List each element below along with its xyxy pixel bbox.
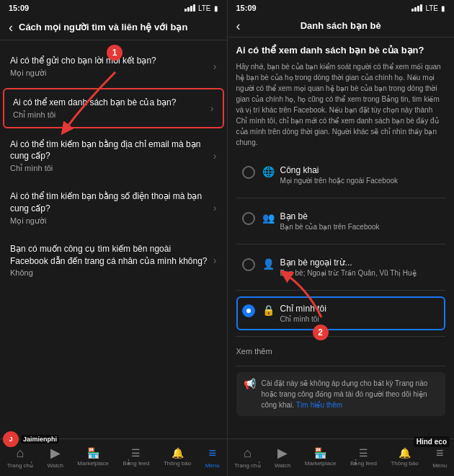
list-item-subtitle-0: Mọi người [10, 69, 209, 78]
bell-icon: 🔔 [172, 447, 184, 459]
view-more-link[interactable]: Xem thêm [236, 343, 446, 360]
hind-eco-label: Hind eco [414, 436, 450, 447]
notice-box: 📢 Cài đặt này sẽ không áp dụng cho bất k… [236, 372, 446, 416]
right-section-description: Hãy nhớ, bạn bè của bạn kiểm soát người … [236, 61, 446, 148]
chevron-icon-1: › [210, 102, 214, 114]
left-nav-notifications[interactable]: 🔔 Thông báo [159, 446, 195, 468]
list-item-subtitle-3: Mọi người [10, 216, 209, 226]
right-screen: 15:09 LTE ▮ ‹ Danh sách bạn bè Ai có thể… [228, 0, 455, 476]
option-public[interactable]: 🌐 Công khai Mọi người trên hoặc ngoài Fa… [236, 158, 446, 192]
watermark-text: Jaimienphi [21, 435, 59, 444]
right-marketplace-label: Marketplace [305, 460, 337, 467]
feed-label: Bảng feed [123, 460, 149, 467]
right-marketplace-icon: 🏪 [314, 447, 326, 459]
right-home-label: Trang chủ [234, 462, 260, 469]
right-header-title: Danh sách bạn bè [301, 20, 381, 32]
hind-eco-container: Hind eco [414, 434, 450, 447]
watch-icon: ▶ [50, 445, 61, 461]
chevron-icon-4: › [213, 255, 217, 266]
right-section-question: Ai có thể xem danh sách bạn bè của bạn? [236, 45, 446, 56]
left-header: ‹ Cách mọi người tìm và liên hệ với bạn [0, 16, 227, 40]
right-content: Ai có thể xem danh sách bạn bè của bạn? … [228, 38, 455, 438]
network-label: LTE [198, 4, 211, 12]
list-item-3[interactable]: Ai có thể tìm kiếm bạn bằng số điện thoạ… [0, 182, 227, 234]
list-item-1[interactable]: Ai có thể xem danh sách bạn bè của bạn? … [3, 88, 224, 128]
list-item-text-2: Ai có thể tìm kiếm bạn bằng địa chỉ emai… [10, 138, 209, 174]
left-time: 15:09 [9, 4, 29, 12]
circle-annotation-1: 1 [107, 45, 123, 61]
watermark: J Jaimienphi [3, 431, 59, 447]
menu-icon: ≡ [208, 446, 216, 461]
radio-circle-public [242, 166, 255, 179]
right-notifications-label: Thông báo [391, 460, 418, 467]
option-friends-except[interactable]: 👤 Bạn bè ngoại trừ... Bạn bè; Ngoại trừ:… [236, 250, 446, 284]
right-back-button[interactable]: ‹ [236, 19, 241, 34]
right-signal-icon [411, 4, 422, 12]
radio-circle-except [242, 258, 255, 271]
divider-2 [236, 244, 446, 244]
notice-learn-more[interactable]: Tìm hiểu thêm [296, 401, 342, 409]
divider-5 [236, 366, 446, 366]
list-item-title-1: Ai có thể xem danh sách bạn bè của bạn? [13, 97, 206, 109]
list-item-text-4: Bạn có muốn công cụ tìm kiếm bên ngoài F… [10, 243, 209, 278]
megaphone-icon: 📢 [244, 378, 256, 389]
radio-subtitle-only-me: Chỉ mình tôi [280, 315, 440, 323]
left-header-title: Cách mọi người tìm và liên hệ với bạn [19, 22, 187, 34]
right-nav-marketplace[interactable]: 🏪 Marketplace [301, 446, 341, 468]
except-icon: 👤 [262, 258, 275, 270]
right-header: ‹ Danh sách bạn bè [228, 16, 455, 38]
right-nav-home[interactable]: ⌂ Trang chủ [230, 444, 264, 470]
right-status-bar: 15:09 LTE ▮ [228, 0, 455, 16]
battery-icon: ▮ [214, 4, 218, 12]
radio-subtitle-except: Bạn bè; Ngoại trừ: Trần Quân, Vũ Thị Huệ [280, 269, 440, 277]
friends-icon: 👥 [262, 212, 275, 224]
list-item-text-3: Ai có thể tìm kiếm bạn bằng số điện thoạ… [10, 190, 209, 226]
watermark-brand: J [9, 436, 12, 443]
radio-content-only-me: Chỉ mình tôi Chỉ mình tôi [280, 304, 440, 323]
list-item-text-1: Ai có thể xem danh sách bạn bè của bạn? … [13, 97, 206, 120]
notifications-label: Thông báo [164, 460, 191, 467]
marketplace-icon: 🏪 [87, 447, 99, 459]
list-item-4[interactable]: Bạn có muốn công cụ tìm kiếm bên ngoài F… [0, 234, 227, 286]
option-only-me[interactable]: 🔒 Chỉ mình tôi Chỉ mình tôi [236, 296, 446, 330]
left-status-icons: LTE ▮ [184, 4, 218, 12]
right-nav-menu[interactable]: ≡ Menu [428, 444, 451, 470]
option-friends[interactable]: 👥 Bạn bè Bạn bè của bạn trên Facebook [236, 204, 446, 238]
list-item-subtitle-4: Không [10, 268, 209, 277]
chevron-icon-3: › [213, 202, 217, 213]
radio-subtitle-friends: Bạn bè của bạn trên Facebook [280, 223, 440, 231]
left-nav-home[interactable]: ⌂ Trang chủ [3, 444, 37, 470]
right-menu-label: Menu [432, 462, 447, 469]
public-icon: 🌐 [262, 166, 275, 177]
radio-title-public: Công khai [280, 165, 440, 175]
left-nav-marketplace[interactable]: 🏪 Marketplace [73, 446, 113, 468]
right-home-icon: ⌂ [244, 446, 252, 461]
menu-label: Menu [205, 462, 220, 469]
left-status-bar: 15:09 LTE ▮ [0, 0, 227, 16]
notice-text: Cài đặt này sẽ không áp dụng cho bất kỳ … [262, 378, 439, 410]
watch-label: Watch [48, 462, 63, 469]
radio-circle-friends [242, 212, 255, 225]
left-nav-watch[interactable]: ▶ Watch [43, 444, 68, 470]
left-screen: 15:09 LTE ▮ ‹ Cách mọi người tìm và liên… [0, 0, 227, 476]
radio-subtitle-public: Mọi người trên hoặc ngoài Facebook [280, 177, 440, 185]
left-back-button[interactable]: ‹ [9, 20, 13, 35]
right-menu-icon: ≡ [436, 446, 444, 461]
list-item-2[interactable]: Ai có thể tìm kiếm bạn bằng địa chỉ emai… [0, 130, 227, 182]
divider-1 [236, 198, 446, 198]
left-nav-feed[interactable]: ☰ Bảng feed [118, 446, 153, 468]
right-watch-icon: ▶ [277, 445, 288, 461]
right-status-icons: LTE ▮ [411, 4, 445, 12]
radio-circle-only-me [242, 304, 255, 317]
lock-icon: 🔒 [262, 304, 275, 316]
right-feed-icon: ☰ [359, 447, 368, 459]
right-nav-feed[interactable]: ☰ Bảng feed [346, 446, 381, 468]
list-item-title-2: Ai có thể tìm kiếm bạn bằng địa chỉ emai… [10, 138, 209, 163]
right-nav-watch[interactable]: ▶ Watch [270, 444, 295, 470]
chevron-icon-0: › [213, 61, 217, 72]
right-nav-notifications[interactable]: 🔔 Thông báo [386, 446, 422, 468]
left-nav-menu[interactable]: ≡ Menu [201, 444, 224, 470]
divider-3 [236, 290, 446, 291]
watermark-logo: J [3, 431, 19, 447]
radio-title-except: Bạn bè ngoại trừ... [280, 257, 440, 268]
